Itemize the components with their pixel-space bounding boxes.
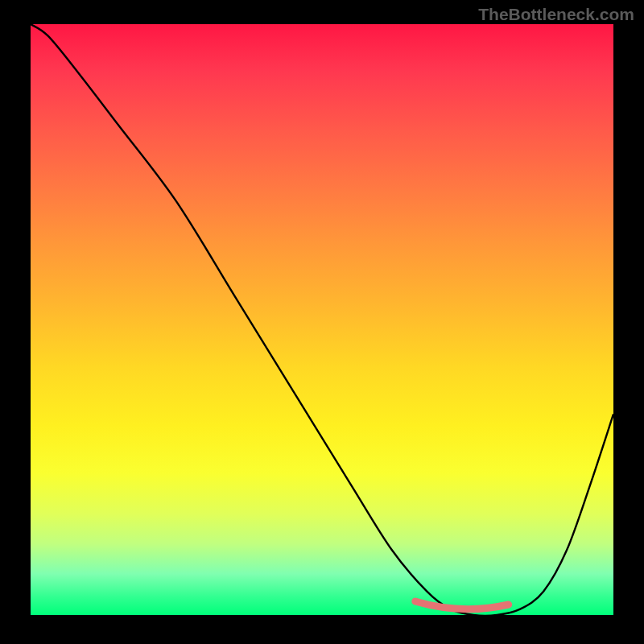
bottleneck-curve (31, 24, 613, 615)
watermark-text: TheBottleneck.com (478, 5, 634, 24)
chart-plot-area (31, 24, 613, 615)
optimal-range-highlight (415, 601, 509, 609)
curve-path (31, 24, 613, 615)
